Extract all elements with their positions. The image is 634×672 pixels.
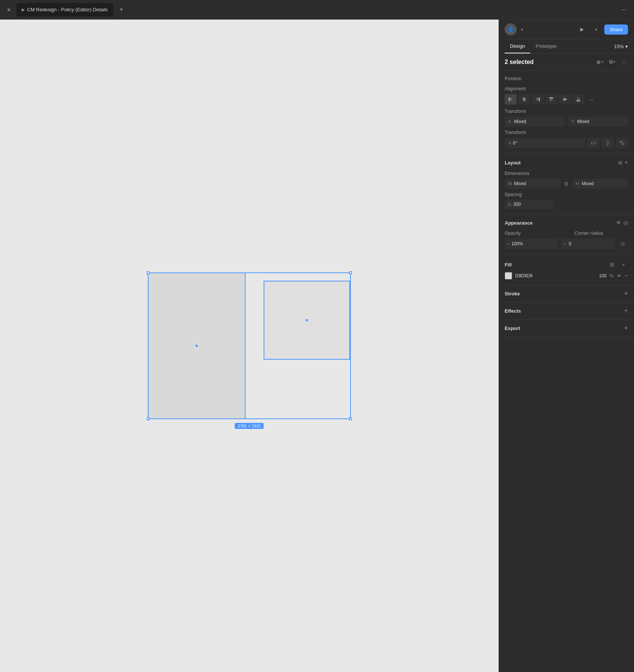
svg-rect-12 bbox=[563, 99, 567, 100]
visibility-icon[interactable]: 👁 bbox=[616, 220, 621, 226]
export-section[interactable]: Export + bbox=[499, 320, 634, 337]
layout-title: Layout bbox=[505, 160, 521, 166]
corner-expand-button[interactable]: ⊡ bbox=[617, 239, 628, 249]
tab-title: CM Redesign - Policy (Editor) Details bbox=[27, 7, 108, 12]
dimensions-label: Dimensions bbox=[505, 171, 529, 176]
zoom-control[interactable]: 15% ▾ bbox=[614, 44, 628, 49]
tab-item[interactable]: ▶ CM Redesign - Policy (Editor) Details bbox=[17, 3, 113, 17]
svg-rect-19 bbox=[622, 143, 624, 145]
more-options-panel-button[interactable]: ··· bbox=[619, 58, 628, 67]
svg-rect-0 bbox=[509, 97, 510, 101]
constrain-button[interactable] bbox=[616, 138, 628, 148]
dimension-wh-row: W Mixed ⊙ H Mixed bbox=[505, 179, 628, 189]
corner-icon: ⌐ bbox=[564, 242, 566, 246]
svg-rect-1 bbox=[510, 98, 513, 99]
fill-grid-button[interactable]: ⊞ bbox=[608, 260, 617, 269]
align-top-button[interactable] bbox=[545, 94, 557, 105]
layout-add-button[interactable]: + bbox=[625, 159, 628, 166]
right-panel: 👤 ▾ ▶ ▾ Share Design Prototype 15% ▾ 2 s… bbox=[499, 20, 634, 672]
appearance-section: Appearance 👁 ◎ Opacity Corner radius ▪ bbox=[499, 214, 634, 255]
svg-rect-16 bbox=[577, 97, 578, 100]
appearance-header: Appearance 👁 ◎ bbox=[505, 220, 628, 226]
center-dot-small bbox=[306, 319, 308, 321]
position-header: Position bbox=[505, 76, 628, 81]
x-position-field[interactable]: X Mixed bbox=[505, 117, 565, 126]
effects-add-icon[interactable]: + bbox=[624, 307, 628, 315]
canvas-area[interactable]: 2781 × 1915 bbox=[0, 20, 499, 672]
alignment-row-1: ··· bbox=[505, 94, 628, 105]
opacity-icon[interactable]: ◎ bbox=[623, 220, 628, 226]
fill-section: Fill ⊞ + D9D9D9 100 % 👁 − bbox=[499, 255, 634, 285]
stroke-section[interactable]: Stroke + bbox=[499, 285, 634, 303]
corner-radius-field[interactable]: ⌐ 0 bbox=[561, 239, 614, 249]
more-icon: ··· bbox=[621, 59, 626, 65]
effects-title: Effects bbox=[505, 308, 624, 314]
flip-v-button[interactable] bbox=[602, 138, 614, 148]
effects-section[interactable]: Effects + bbox=[499, 303, 634, 320]
copy-chevron-icon: ▾ bbox=[614, 60, 615, 64]
appearance-title: Appearance bbox=[505, 220, 616, 226]
align-left-button[interactable] bbox=[505, 94, 517, 105]
align-center-h-button[interactable] bbox=[518, 94, 530, 105]
layout-grid-button[interactable]: ⊞ bbox=[618, 160, 622, 166]
new-tab-button[interactable]: + bbox=[116, 5, 127, 15]
frame-small[interactable] bbox=[264, 281, 350, 360]
position-title: Position bbox=[505, 76, 522, 81]
width-field[interactable]: W Mixed bbox=[505, 179, 560, 189]
appearance-icons: 👁 ◎ bbox=[616, 220, 628, 226]
y-position-field[interactable]: Y Mixed bbox=[568, 117, 628, 126]
avatar-chevron-icon: ▾ bbox=[521, 27, 523, 32]
zoom-value: 15% bbox=[614, 44, 624, 49]
align-distribute-button[interactable]: ⊕ ▾ bbox=[594, 58, 605, 67]
avatar-button[interactable]: 👤 bbox=[505, 23, 517, 35]
more-align-button[interactable]: ··· bbox=[586, 94, 596, 105]
close-tab-button[interactable]: ✕ bbox=[5, 5, 14, 14]
spacing-field[interactable]: ⊡ 300 bbox=[505, 200, 554, 209]
export-add-icon[interactable]: + bbox=[624, 324, 628, 332]
selection-bar: 2 selected ⊕ ▾ ⧉ ▾ ··· bbox=[499, 53, 634, 71]
fill-add-button[interactable]: + bbox=[619, 260, 628, 269]
zoom-chevron-icon: ▾ bbox=[625, 44, 628, 49]
align-right-button[interactable] bbox=[532, 94, 544, 105]
preview-caret-button[interactable]: ▾ bbox=[592, 25, 601, 34]
svg-rect-4 bbox=[522, 98, 526, 99]
transform-label: Transform bbox=[505, 130, 526, 135]
share-button[interactable]: Share bbox=[604, 24, 628, 35]
opacity-field[interactable]: ▪ 100% bbox=[505, 239, 558, 249]
selection-wrapper: 2781 × 1915 bbox=[148, 272, 351, 419]
stroke-title: Stroke bbox=[505, 291, 624, 296]
frame-large[interactable] bbox=[148, 272, 246, 419]
fill-color-swatch[interactable] bbox=[505, 272, 512, 280]
top-bar: ✕ ▶ CM Redesign - Policy (Editor) Detail… bbox=[0, 0, 634, 20]
x-value: Mixed bbox=[514, 119, 526, 124]
fill-percent-label: % bbox=[610, 273, 614, 278]
main-area: 2781 × 1915 👤 ▾ ▶ ▾ Share Design Prototy… bbox=[0, 20, 634, 672]
w-value: Mixed bbox=[514, 181, 526, 186]
stroke-add-icon[interactable]: + bbox=[624, 290, 628, 298]
more-options-button[interactable]: ··· bbox=[618, 4, 629, 15]
tab-prototype[interactable]: Prototype bbox=[530, 40, 562, 53]
flip-h-button[interactable] bbox=[587, 138, 599, 148]
fill-opacity-value[interactable]: 100 bbox=[599, 273, 607, 278]
layout-header: Layout ⊞ + bbox=[505, 159, 628, 166]
copy-button[interactable]: ⧉ ▾ bbox=[607, 57, 617, 67]
align-chevron-icon: ▾ bbox=[602, 60, 603, 64]
chain-link-button[interactable]: ⊙ bbox=[563, 180, 569, 187]
handle-br[interactable] bbox=[349, 417, 352, 420]
rotation-value: 0° bbox=[513, 140, 517, 146]
handle-tr[interactable] bbox=[349, 271, 352, 274]
rotation-field[interactable]: ↺ 0° bbox=[505, 138, 585, 148]
fill-icons: ⊞ + bbox=[608, 260, 628, 269]
fill-remove-button[interactable]: − bbox=[625, 272, 628, 279]
y-label: Y bbox=[571, 119, 576, 124]
corner-value: 0 bbox=[569, 241, 571, 246]
export-title: Export bbox=[505, 325, 624, 331]
fill-hex-value[interactable]: D9D9D9 bbox=[515, 273, 596, 278]
height-field[interactable]: H Mixed bbox=[572, 179, 628, 189]
align-bottom-button[interactable] bbox=[572, 94, 584, 105]
preview-button[interactable]: ▶ bbox=[576, 23, 588, 35]
tab-design[interactable]: Design bbox=[505, 40, 530, 53]
align-center-v-button[interactable] bbox=[559, 94, 571, 105]
svg-rect-8 bbox=[537, 100, 538, 100]
fill-visibility-icon[interactable]: 👁 bbox=[617, 273, 622, 279]
